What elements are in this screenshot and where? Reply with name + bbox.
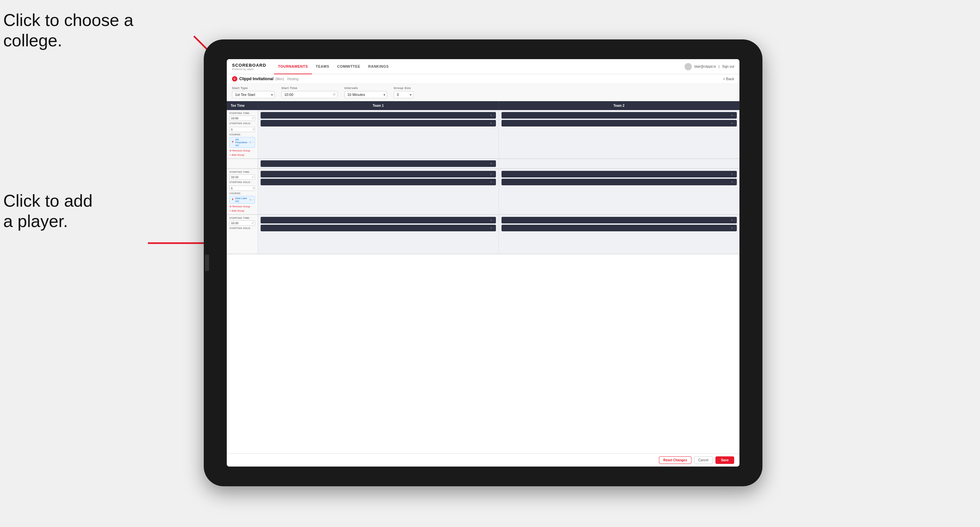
extra-team1-1: ✕ › (258, 159, 499, 168)
add-group-btn-2[interactable]: + Add Group (229, 209, 255, 212)
course-tag-wrap-1: 📍 (A) Peachtree GC ✕ › (229, 137, 255, 148)
player-slot-4-2[interactable]: ✕ › (501, 179, 737, 185)
start-type-select-wrap: 1st Tee Start (232, 91, 275, 98)
extra-row-1: ✕ › (227, 159, 740, 169)
group-size-select[interactable]: 3 (394, 91, 414, 98)
course-tag-wrap-2: 📍 East Lake GC ✕ › (229, 196, 255, 204)
extra-team2-1 (499, 159, 740, 168)
x-icon-6-1[interactable]: ✕ (731, 219, 733, 222)
th-team1: Team 1 (258, 101, 499, 110)
starting-time-label-1: STARTING TIME: (229, 112, 255, 114)
starting-hole-select-2[interactable]: 1 (229, 186, 255, 191)
chevron-icon-1-1[interactable]: › (494, 114, 495, 117)
bottom-bar: Reset Changes Cancel Save (227, 453, 740, 467)
team1-cell-3: ✕ › ✕ › (258, 215, 499, 254)
nav-tournaments[interactable]: TOURNAMENTS (274, 59, 312, 74)
chevron-icon-3-1[interactable]: › (494, 173, 495, 176)
player-slot-1-2[interactable]: ✕ › (261, 120, 496, 127)
x-icon-3-2[interactable]: ✕ (490, 181, 492, 184)
tablet-screen: SCOREBOARD Powered by clippd TOURNAMENTS… (227, 59, 740, 467)
chevron-icon-4-1[interactable]: › (735, 173, 735, 176)
player-slot-6-2[interactable]: ✕ › (501, 225, 737, 231)
player-slot-3-1[interactable]: ✕ › (261, 171, 496, 178)
nav-teams[interactable]: TEAMS (312, 59, 333, 74)
user-email: blair@clippd.io (694, 65, 716, 68)
x-icon-4-1[interactable]: ✕ (731, 173, 733, 176)
remove-group-btn-2[interactable]: ⊖ Remove Group (229, 205, 255, 208)
x-icon-6-2[interactable]: ✕ (731, 227, 733, 230)
course-chevron-2[interactable]: › (252, 198, 253, 202)
x-icon-4-2[interactable]: ✕ (731, 181, 733, 184)
chevron-icon-3-2[interactable]: › (494, 181, 495, 184)
extra-left-1 (227, 159, 258, 168)
x-icon-5-1[interactable]: ✕ (490, 219, 492, 222)
player-slot-2-2[interactable]: ✕ › (501, 120, 737, 127)
clock-icon: ⏱ (332, 93, 336, 97)
x-icon-1-2[interactable]: ✕ (490, 122, 492, 125)
reset-button[interactable]: Reset Changes (659, 456, 691, 464)
remove-icon-2: ⊖ (229, 205, 232, 208)
player-slot-3-2[interactable]: ✕ › (261, 179, 496, 185)
start-time-wrap: ⏱ (281, 91, 338, 98)
course-chevron-1[interactable]: › (252, 141, 253, 144)
x-icon-2-2[interactable]: ✕ (731, 122, 733, 125)
player-slot-6-1[interactable]: ✕ › (501, 217, 737, 224)
table-body: STARTING TIME: ⏱ STARTING HOLE: 1 ▾ (227, 110, 740, 453)
x-icon-3-1[interactable]: ✕ (490, 173, 492, 176)
player-slot-4-1[interactable]: ✕ › (501, 171, 737, 178)
remove-group-btn-1[interactable]: ⊖ Remove Group (229, 149, 255, 152)
chevron-icon-1-2[interactable]: › (494, 122, 495, 125)
starting-time-label-3: STARTING TIME: (229, 217, 255, 219)
chevron-icon-5-2[interactable]: › (494, 227, 495, 230)
team1-cell-2: ✕ › ✕ › (258, 169, 499, 214)
course-label-2: COURSE: (229, 192, 255, 195)
group-size-group: Group Size 3 (394, 86, 414, 98)
chevron-icon-6-1[interactable]: › (735, 219, 735, 222)
start-type-select[interactable]: 1st Tee Start (232, 91, 275, 98)
start-type-label: Start Type (232, 86, 275, 90)
annotation-choose-college: Click to choose a college. (3, 10, 134, 51)
course-remove-2[interactable]: ✕ (249, 198, 251, 202)
sign-out-link[interactable]: Sign out (722, 65, 734, 68)
player-slot-1-1[interactable]: ✕ › (261, 112, 496, 119)
chevron-icon-6-2[interactable]: › (735, 227, 735, 230)
player-slot-2-1[interactable]: ✕ › (501, 112, 737, 119)
extra-chev-1-1[interactable]: › (494, 162, 495, 165)
chevron-icon-2-1[interactable]: › (735, 114, 735, 117)
course-tag-2: 📍 East Lake GC ✕ › (229, 196, 255, 204)
group-left-2: STARTING TIME: ⏱ STARTING HOLE: 1 ▾ (227, 169, 258, 214)
start-time-input[interactable] (281, 91, 338, 98)
nav-rankings[interactable]: RANKINGS (364, 59, 393, 74)
player-slot-5-1[interactable]: ✕ › (261, 217, 496, 224)
nav-committee[interactable]: COMMITTEE (333, 59, 364, 74)
starting-time-wrap-2: ⏱ (229, 175, 255, 180)
cancel-button[interactable]: Cancel (694, 456, 713, 464)
back-button[interactable]: < Back (723, 77, 734, 81)
x-icon-2-1[interactable]: ✕ (731, 114, 733, 117)
intervals-label: Intervals (344, 86, 387, 90)
nav-links: TOURNAMENTS TEAMS COMMITTEE RANKINGS (274, 59, 684, 74)
x-icon-1-1[interactable]: ✕ (490, 114, 492, 117)
table-header: Tee Time Team 1 Team 2 (227, 101, 740, 110)
start-time-label: Start Time (281, 86, 338, 90)
group-row-2: STARTING TIME: ⏱ STARTING HOLE: 1 ▾ (227, 169, 740, 215)
add-group-btn-1[interactable]: + Add Group (229, 154, 255, 156)
chevron-icon-4-2[interactable]: › (735, 181, 735, 184)
chevron-icon-2-2[interactable]: › (735, 122, 735, 125)
starting-hole-label-2: STARTING HOLE: (229, 181, 255, 183)
starting-time-wrap-3: ⏱ (229, 221, 255, 226)
extra-x-1-1[interactable]: ✕ (490, 162, 492, 165)
start-type-group: Start Type 1st Tee Start (232, 86, 275, 98)
intervals-select[interactable]: 10 Minutes (344, 91, 387, 98)
side-button (205, 255, 209, 271)
x-icon-5-2[interactable]: ✕ (490, 227, 492, 230)
starting-hole-select-1[interactable]: 1 (229, 127, 255, 132)
course-remove-1[interactable]: ✕ (249, 141, 251, 144)
group-row-1: STARTING TIME: ⏱ STARTING HOLE: 1 ▾ (227, 110, 740, 159)
starting-hole-label-3: STARTING HOLE: (229, 227, 255, 229)
extra-slot-1-1[interactable]: ✕ › (261, 160, 496, 167)
save-button[interactable]: Save (716, 456, 734, 464)
team2-cell-2: ✕ › ✕ › (499, 169, 740, 214)
chevron-icon-5-1[interactable]: › (494, 219, 495, 222)
player-slot-5-2[interactable]: ✕ › (261, 225, 496, 231)
